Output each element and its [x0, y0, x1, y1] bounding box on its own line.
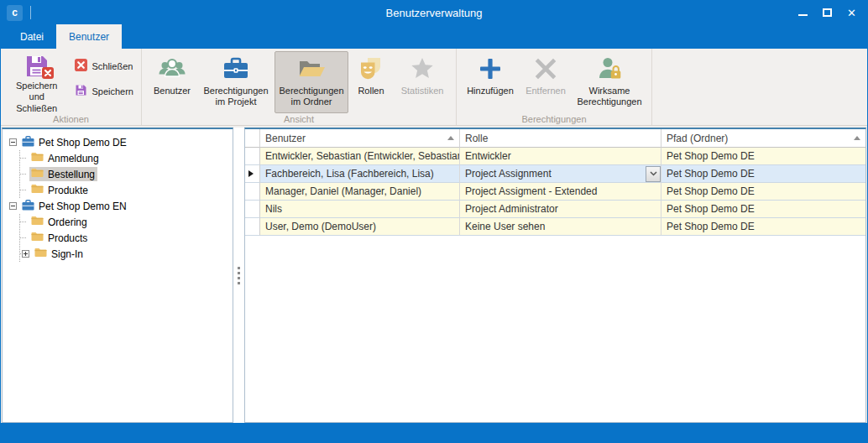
tree-item-content[interactable]: Pet Shop Demo EN — [20, 199, 129, 214]
masks-icon — [358, 54, 384, 84]
cell-benutzer[interactable]: User, Demo (DemoUser) — [260, 218, 460, 236]
cell-benutzer[interactable]: Nils — [260, 201, 460, 218]
save-and-close-label: Speichern und Schließen — [9, 81, 64, 114]
minimize-icon — [798, 14, 808, 16]
berechtigungen-ordner-button[interactable]: Berechtigungen im Ordner — [275, 51, 348, 113]
grid-header-row: Benutzer Rolle Pfad (Ordner) — [245, 129, 865, 148]
collapse-icon[interactable] — [9, 202, 17, 210]
cell-benutzer[interactable]: Manager, Daniel (Manager, Daniel) — [260, 183, 460, 201]
berechtigungen-projekt-label: Berechtigungen im Projekt — [202, 86, 269, 108]
row-indicator-cell[interactable] — [245, 148, 260, 165]
wirksame-berechtigungen-button[interactable]: Wirksame Berechtigungen — [573, 51, 646, 113]
cell-pfad[interactable]: Pet Shop Demo DE — [661, 165, 865, 183]
cell-benutzer[interactable]: Fachbereich, Lisa (Fachbereich, Lisa) — [260, 165, 460, 183]
tree-item-sign-in[interactable]: Sign-In — [20, 246, 233, 262]
row-indicator-cell[interactable] — [245, 218, 260, 236]
cell-pfad[interactable]: Pet Shop Demo DE — [661, 183, 865, 201]
tree-item-content[interactable]: Produkte — [29, 183, 91, 197]
tree-item-bestellung[interactable]: Bestellung — [20, 166, 233, 182]
tree-item-content[interactable]: Products — [29, 231, 90, 245]
panel-splitter[interactable] — [233, 128, 244, 423]
cell-rolle[interactable]: Project Administrator — [460, 201, 661, 218]
tree-item-content[interactable]: Pet Shop Demo DE — [20, 135, 129, 150]
cell-benutzer[interactable]: Entwickler, Sebastian (Entwickler, Sebas… — [260, 148, 460, 165]
maximize-button[interactable] — [815, 1, 839, 24]
tree-item-label: Pet Shop Demo DE — [39, 137, 127, 149]
berechtigungen-projekt-button[interactable]: Berechtigungen im Projekt — [199, 51, 273, 113]
current-row-arrow-icon — [248, 170, 254, 177]
column-header-benutzer[interactable]: Benutzer — [260, 129, 460, 148]
entfernen-button[interactable]: Entfernen — [520, 51, 571, 113]
tree-item-produkte[interactable]: Produkte — [20, 182, 233, 198]
tree-item-ordering[interactable]: Ordering — [20, 214, 233, 230]
cell-rolle-combobox[interactable]: Project Assignment — [460, 165, 661, 183]
tree-item-content[interactable]: Anmeldung — [29, 151, 102, 165]
tree-item-project-en[interactable]: Pet Shop Demo EN — [9, 198, 233, 214]
grid-row[interactable]: Nils Project Administrator Pet Shop Demo… — [245, 201, 865, 218]
titlebar-separator — [30, 6, 31, 19]
close-button[interactable]: ✕ — [839, 1, 864, 24]
floppy-close-icon — [24, 54, 50, 79]
collapse-icon[interactable] — [9, 138, 17, 146]
berechtigungen-ordner-label: Berechtigungen im Ordner — [278, 86, 345, 108]
tab-benutzer[interactable]: Benutzer — [56, 24, 122, 49]
tree-item-label: Products — [48, 232, 87, 244]
tree-item-content-selected[interactable]: Bestellung — [29, 167, 97, 181]
column-header-pfad[interactable]: Pfad (Ordner) — [661, 129, 865, 148]
benutzer-view-label: Benutzer — [154, 86, 191, 96]
row-indicator-cell[interactable] — [245, 165, 260, 183]
folder-icon — [31, 216, 44, 228]
grid-row[interactable]: User, Demo (DemoUser) Keine User sehen P… — [245, 218, 865, 236]
tree-item-anmeldung[interactable]: Anmeldung — [20, 150, 233, 166]
folder-icon — [31, 152, 44, 164]
cell-pfad[interactable]: Pet Shop Demo DE — [661, 148, 865, 165]
minimize-button[interactable] — [791, 1, 815, 24]
splitter-grip-dot — [238, 282, 240, 284]
tree-item-label: Pet Shop Demo EN — [39, 201, 127, 212]
rollen-button[interactable]: Rollen — [350, 51, 392, 113]
cell-pfad[interactable]: Pet Shop Demo DE — [661, 218, 865, 236]
save-button[interactable]: Speichern — [71, 81, 137, 101]
tree-item-project-de[interactable]: Pet Shop Demo DE — [9, 134, 233, 150]
combobox-value: Project Assignment — [465, 168, 555, 180]
combobox-dropdown-button[interactable] — [646, 166, 661, 182]
app-logo-icon[interactable]: c — [7, 5, 23, 21]
cell-pfad[interactable]: Pet Shop Demo DE — [661, 201, 865, 218]
ribbon-empty-space — [652, 49, 867, 125]
cell-rolle[interactable]: Keine User sehen — [460, 218, 661, 236]
project-briefcase-icon — [22, 200, 34, 213]
tree-item-content[interactable]: Ordering — [29, 215, 90, 229]
grid-row[interactable]: Entwickler, Sebastian (Entwickler, Sebas… — [245, 148, 865, 165]
grid-row[interactable]: Manager, Daniel (Manager, Daniel) Projec… — [245, 183, 865, 201]
rollen-label: Rollen — [358, 86, 384, 96]
floppy-icon — [75, 84, 87, 98]
benutzer-view-button[interactable]: Benutzer — [147, 51, 197, 113]
ribbon: Speichern und Schließen Schließen Speich… — [1, 49, 867, 126]
cell-rolle[interactable]: Project Assigment - Extended — [460, 183, 661, 201]
cell-rolle[interactable]: Entwickler — [460, 148, 661, 165]
tab-datei[interactable]: Datei — [8, 24, 56, 49]
grid-row-selected[interactable]: Fachbereich, Lisa (Fachbereich, Lisa) Pr… — [245, 165, 865, 183]
group-label-ansicht: Ansicht — [142, 114, 456, 124]
expand-icon[interactable] — [22, 250, 29, 258]
hinzufuegen-button[interactable]: Hinzufügen — [462, 51, 519, 113]
column-header-label: Benutzer — [265, 133, 306, 144]
people-icon — [157, 54, 187, 84]
permissions-grid: Benutzer Rolle Pfad (Ordner) Entwickler,… — [245, 129, 865, 236]
folder-icon — [31, 232, 44, 244]
maximize-icon — [823, 8, 832, 17]
statistiken-button[interactable]: Statistiken — [394, 51, 451, 113]
row-indicator-cell[interactable] — [245, 201, 260, 218]
tree-node-pet-shop-demo-de: Pet Shop Demo DE Anmeldung — [9, 134, 233, 198]
status-bar — [1, 423, 867, 442]
tree-item-products[interactable]: Products — [20, 230, 233, 246]
tree-item-label: Bestellung — [48, 169, 95, 180]
save-and-close-button[interactable]: Speichern und Schließen — [6, 51, 67, 113]
row-indicator-cell[interactable] — [245, 183, 260, 201]
folder-icon — [31, 168, 44, 180]
project-tree-panel: Pet Shop Demo DE Anmeldung — [2, 128, 233, 423]
star-icon — [410, 54, 435, 84]
close-button-ribbon[interactable]: Schließen — [71, 56, 137, 76]
column-header-rolle[interactable]: Rolle — [460, 129, 661, 148]
tree-item-content[interactable]: Sign-In — [33, 247, 86, 261]
